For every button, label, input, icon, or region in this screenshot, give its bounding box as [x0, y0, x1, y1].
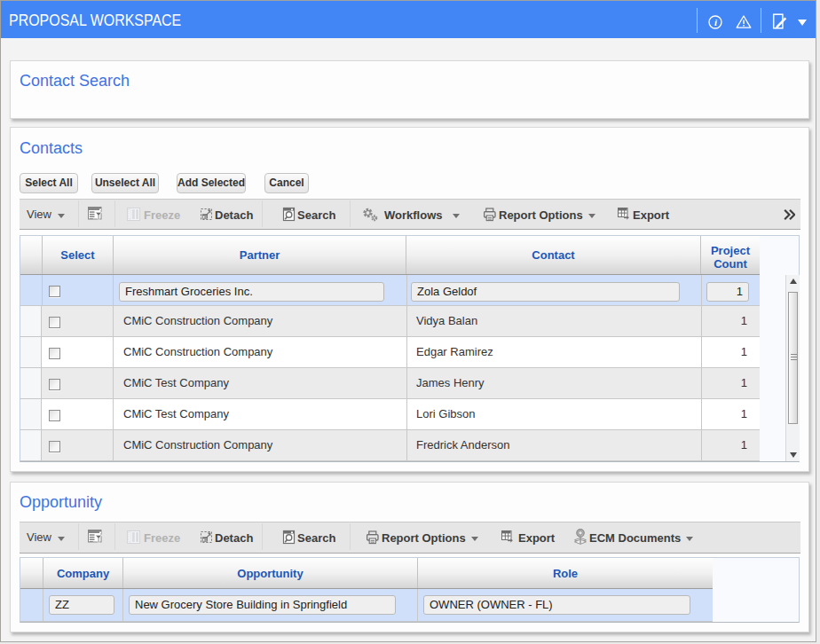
svg-text:i: i — [714, 17, 718, 27]
